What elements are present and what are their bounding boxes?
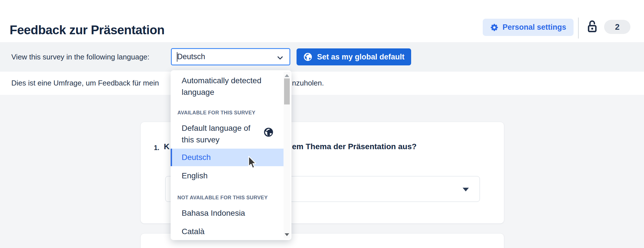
personal-settings-label: Personal settings [503, 23, 566, 32]
dropdown-option-bahasa-indonesia[interactable]: Bahasa Indonesia [182, 207, 245, 219]
language-bar: View this survey in the following langua… [0, 42, 644, 72]
dropdown-scrollbar-thumb[interactable] [284, 78, 290, 104]
globe-icon [303, 52, 313, 62]
language-bar-label: View this survey in the following langua… [11, 42, 149, 72]
scroll-down-arrow-icon[interactable] [285, 233, 289, 236]
page-title: Feedback zur Präsentation [10, 23, 164, 37]
dropdown-option-deutsch-label: Deutsch [182, 153, 211, 162]
survey-description-left: Dies ist eine Umfrage, um Feedback für m… [11, 79, 159, 87]
survey-description-right: nzuholen. [292, 79, 324, 87]
gear-icon [490, 23, 499, 32]
header-divider [578, 18, 579, 39]
chevron-down-icon [276, 54, 284, 61]
set-global-default-label: Set as my global default [317, 53, 404, 61]
language-dropdown-menu: Automatically detected language AVAILABL… [171, 70, 291, 240]
dropdown-option-english[interactable]: English [182, 170, 208, 181]
set-global-default-button[interactable]: Set as my global default [297, 48, 411, 65]
count-badge: 2 [604, 20, 630, 34]
header: Feedback zur Präsentation Personal setti… [0, 0, 644, 42]
language-select[interactable]: Deutsch [171, 48, 290, 65]
dropdown-option-catala[interactable]: Català [182, 226, 205, 237]
dropdown-group-header-not-available: NOT AVAILABLE FOR THIS SURVEY [177, 195, 268, 201]
language-select-value: Deutsch [177, 52, 205, 61]
personal-settings-button[interactable]: Personal settings [483, 19, 574, 36]
survey-description-row: Dies ist eine Umfrage, um Feedback für m… [0, 72, 644, 95]
dropdown-option-deutsch-selected[interactable]: Deutsch [171, 149, 284, 166]
survey-body: 1. K em Thema der Präsentation aus? [0, 95, 644, 248]
question-text-left: K [164, 142, 169, 151]
dropdown-scrollbar[interactable] [284, 72, 290, 238]
dropdown-group-header-available: AVAILABLE FOR THIS SURVEY [177, 110, 256, 116]
caret-down-icon [463, 188, 469, 191]
unlock-icon[interactable] [587, 19, 598, 33]
dropdown-option-default-language[interactable]: Default language of this survey [182, 122, 261, 146]
question-text-right: em Thema der Präsentation aus? [292, 142, 417, 151]
badge-count-value: 2 [615, 22, 619, 32]
globe-icon [263, 127, 274, 138]
question-number: 1. [154, 144, 159, 152]
scroll-up-arrow-icon[interactable] [285, 74, 289, 77]
dropdown-option-auto-detect[interactable]: Automatically detected language [182, 75, 267, 98]
